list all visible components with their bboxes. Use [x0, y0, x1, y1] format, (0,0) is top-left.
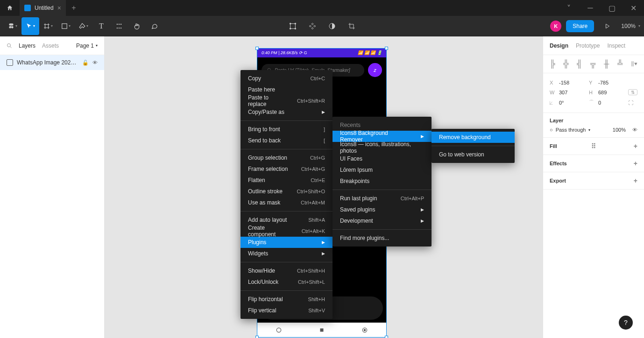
menu-item[interactable]: Use as maskCtrl+Alt+M — [241, 197, 333, 208]
x-input[interactable]: -158 — [559, 80, 586, 85]
menu-item[interactable]: Add auto layoutShift+A — [241, 214, 333, 225]
menu-item[interactable]: Run last pluginCtrl+Alt+P — [333, 193, 432, 204]
visibility-icon[interactable]: 👁 — [632, 127, 637, 133]
full-corner-icon[interactable]: ⛶ — [628, 100, 637, 106]
menu-item[interactable]: Lōrem Ipsum — [333, 164, 432, 176]
add-fill-button[interactable]: + — [634, 142, 637, 150]
menu-item[interactable]: Icons8 — icons, illustrations, photos — [333, 142, 432, 153]
comment-tool[interactable] — [146, 17, 163, 35]
mask-tool[interactable] — [323, 17, 341, 35]
prototype-tab[interactable]: Prototype — [576, 42, 600, 49]
menu-item[interactable]: Paste here — [241, 84, 333, 95]
frame-tool[interactable]: ▾ — [39, 17, 57, 35]
close-tab-icon[interactable]: × — [57, 4, 61, 12]
assets-tab[interactable]: Assets — [42, 42, 59, 49]
menu-item[interactable]: Create componentCtrl+Alt+K — [241, 225, 333, 237]
share-button[interactable]: Share — [566, 20, 594, 32]
inspect-tab[interactable]: Inspect — [607, 42, 625, 49]
layer-item[interactable]: WhatsApp Image 2022-07... 🔓 👁 — [0, 55, 104, 70]
menu-item[interactable]: Icons8 Background Remover▶ — [333, 131, 432, 142]
align-hcenter-icon[interactable]: ╬ — [563, 60, 568, 68]
menu-item[interactable]: Show/HideCtrl+Shift+H — [241, 265, 333, 276]
crop-tool[interactable] — [343, 17, 361, 35]
blend-mode-select[interactable]: Pass through — [556, 127, 586, 133]
menu-item[interactable]: Saved plugins▶ — [333, 204, 432, 215]
distribute-icon[interactable]: ⫴▾ — [631, 60, 637, 68]
close-window-button[interactable]: ✕ — [623, 0, 644, 16]
menu-item[interactable]: Flip verticalShift+V — [241, 305, 333, 316]
resources-tool[interactable] — [110, 17, 128, 35]
align-bottom-icon[interactable]: ╩ — [617, 60, 623, 68]
menu-item[interactable]: Development▶ — [333, 215, 432, 226]
plugin-actions-submenu: Remove backgroundGo to web version — [432, 129, 515, 163]
menu-item[interactable]: Copy/Paste as▶ — [241, 106, 333, 118]
move-tool[interactable]: ▾ — [21, 17, 39, 35]
y-input[interactable]: -785 — [598, 80, 625, 85]
align-vcenter-icon[interactable]: ╫ — [604, 60, 609, 68]
pen-tool[interactable]: ▾ — [75, 17, 92, 35]
align-right-icon[interactable]: ╣ — [577, 60, 582, 68]
svg-point-6 — [120, 27, 121, 28]
menu-item[interactable]: Lock/UnlockCtrl+Shift+L — [241, 276, 333, 288]
menu-item[interactable]: Paste to replaceCtrl+Shift+R — [241, 95, 333, 106]
opacity-input[interactable]: 100% — [613, 127, 626, 133]
menu-item[interactable]: UI Faces — [333, 153, 432, 164]
svg-point-2 — [119, 23, 120, 24]
corner-input[interactable]: 0 — [598, 100, 625, 106]
selection-handle[interactable] — [255, 47, 259, 50]
visibility-icon[interactable]: 👁 — [92, 60, 98, 65]
fill-options-icon[interactable]: ⠿ — [591, 142, 596, 150]
menu-item[interactable]: Bring to front] — [241, 124, 333, 135]
menu-item[interactable]: Remove background — [432, 132, 515, 143]
present-button[interactable] — [599, 17, 616, 35]
maximize-button[interactable]: ▢ — [601, 0, 623, 16]
menu-item[interactable]: Breakpoints — [333, 176, 432, 187]
chevron-down-icon[interactable]: ˅ — [558, 0, 580, 16]
selection-handle[interactable] — [255, 336, 259, 338]
align-top-icon[interactable]: ╦ — [590, 60, 595, 68]
menu-item[interactable]: Outline strokeCtrl+Shift+O — [241, 186, 333, 197]
help-button[interactable]: ? — [619, 316, 633, 330]
image-layer-icon — [7, 59, 13, 66]
text-tool[interactable]: T — [92, 17, 110, 35]
rotation-input[interactable]: 0° — [559, 100, 586, 106]
menu-header: Recents — [333, 120, 432, 131]
menu-item[interactable]: Go to web version — [432, 149, 515, 160]
search-icon[interactable] — [7, 43, 12, 49]
menu-item[interactable]: Send to back[ — [241, 135, 333, 146]
menu-item[interactable]: CopyCtrl+C — [241, 73, 333, 84]
menu-item[interactable]: Find more plugins... — [333, 232, 432, 244]
component-tool[interactable] — [304, 17, 321, 35]
menu-item[interactable]: Flip horizontalShift+H — [241, 294, 333, 305]
hand-tool[interactable] — [128, 17, 146, 35]
new-tab-button[interactable]: + — [66, 4, 82, 12]
file-tab[interactable]: Untitled × — [20, 0, 66, 16]
menu-item[interactable]: Frame selectionCtrl+Alt+G — [241, 163, 333, 175]
add-effect-button[interactable]: + — [634, 160, 637, 167]
home-button[interactable] — [0, 0, 20, 16]
lock-icon[interactable]: 🔓 — [82, 60, 89, 66]
shape-tool[interactable]: ▾ — [57, 17, 75, 35]
submenu-arrow-icon: ▶ — [421, 134, 424, 139]
edit-object-tool[interactable] — [284, 17, 302, 35]
add-export-button[interactable]: + — [634, 177, 637, 184]
hand-icon — [134, 23, 140, 29]
corner-icon: ⌒ — [589, 99, 595, 106]
h-input[interactable]: 689 — [598, 90, 625, 95]
layers-tab[interactable]: Layers — [19, 42, 35, 49]
menu-item[interactable]: Group selectionCtrl+G — [241, 152, 333, 163]
w-input[interactable]: 307 — [559, 90, 586, 95]
minimize-button[interactable]: ─ — [580, 0, 601, 16]
user-avatar[interactable]: K — [550, 21, 561, 32]
main-menu-button[interactable]: ▾ — [4, 17, 21, 35]
page-selector[interactable]: Page 1▾ — [76, 42, 98, 49]
constrain-icon[interactable]: ⇅ — [628, 89, 637, 95]
menu-item[interactable]: Plugins▶ — [241, 237, 333, 248]
selection-handle[interactable] — [385, 336, 388, 338]
selection-handle[interactable] — [385, 47, 388, 50]
align-left-icon[interactable]: ╠ — [550, 60, 555, 68]
design-tab[interactable]: Design — [550, 42, 568, 49]
menu-item[interactable]: Widgets▶ — [241, 248, 333, 259]
menu-item[interactable]: FlattenCtrl+E — [241, 175, 333, 186]
zoom-control[interactable]: 100%▾ — [621, 23, 640, 29]
